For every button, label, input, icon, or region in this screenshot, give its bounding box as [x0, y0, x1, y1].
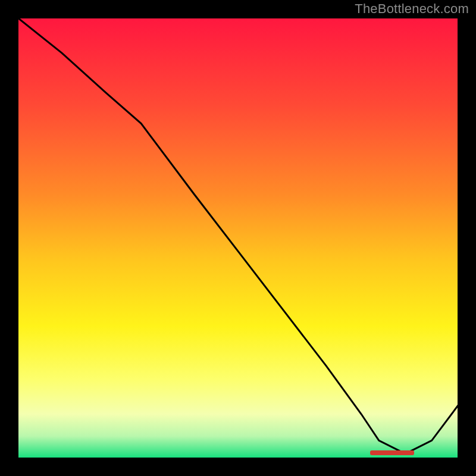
bottleneck-chart — [18, 18, 458, 458]
optimal-segment-marker — [370, 450, 414, 455]
watermark-label: TheBottleneck.com — [355, 1, 469, 17]
gradient-background — [18, 18, 458, 458]
plot-frame — [18, 18, 458, 458]
chart-page: TheBottleneck.com — [0, 0, 476, 476]
